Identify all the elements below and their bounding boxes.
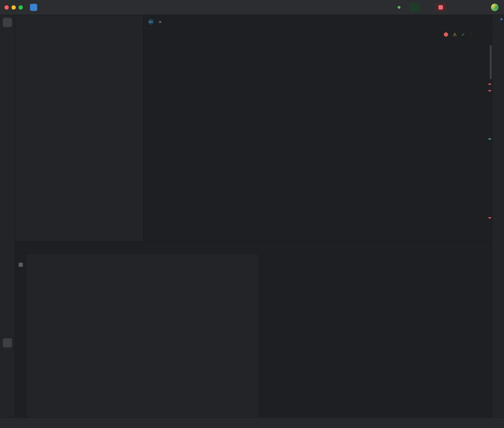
assistant-tool-button[interactable]: [494, 90, 503, 99]
code-editor[interactable]: ⚠ ✓: [143, 29, 492, 241]
commit-tool-button[interactable]: [3, 31, 12, 41]
vcs-branch-selector[interactable]: [45, 6, 55, 9]
editor-tab-ai-chat-cpp[interactable]: C+ ×: [143, 15, 167, 29]
minimize-window-button[interactable]: [11, 5, 16, 10]
run-config-icon: [398, 6, 401, 9]
build-tab-bar: [15, 242, 492, 255]
logcat-tool-button[interactable]: [3, 365, 12, 374]
running-devices-tool-button[interactable]: [494, 61, 503, 70]
notifications-button[interactable]: [494, 18, 503, 27]
project-tool-button[interactable]: [3, 18, 12, 27]
cpp-file-icon: C+: [148, 19, 154, 25]
stop-button[interactable]: [435, 3, 446, 12]
pull-requests-tool-button[interactable]: [3, 58, 12, 67]
gradle-tool-button[interactable]: [494, 32, 503, 41]
terminal-tool-button[interactable]: [3, 392, 12, 401]
close-window-button[interactable]: [4, 5, 9, 10]
titlebar-right-icons: [455, 4, 500, 11]
debug-button[interactable]: [422, 3, 433, 12]
editor-scrollbar[interactable]: [490, 45, 492, 79]
structure-tool-button[interactable]: [3, 45, 12, 54]
problems-tool-button[interactable]: [3, 378, 12, 387]
run-toolbar: [384, 3, 448, 12]
left-tool-strip: [0, 15, 15, 417]
resource-manager-tool-button[interactable]: [3, 352, 12, 361]
fullscreen-window-button[interactable]: [18, 5, 23, 10]
notification-dot: [500, 18, 503, 20]
title-bar: [0, 0, 504, 15]
stripe-error-mark[interactable]: [488, 83, 491, 85]
build-result-tree: [26, 255, 258, 417]
database-inspector-tool-button[interactable]: [494, 75, 503, 85]
inspection-widget[interactable]: ⚠ ✓: [441, 31, 479, 38]
project-tree: [15, 28, 143, 241]
close-tab-icon[interactable]: ×: [159, 19, 162, 25]
version-control-tool-button[interactable]: [3, 405, 12, 414]
project-tool-window: [15, 15, 143, 241]
device-manager-tool-button[interactable]: [494, 47, 503, 56]
status-bar: [0, 417, 504, 428]
stripe-ok-mark[interactable]: [488, 138, 491, 140]
stripe-error-mark[interactable]: [488, 90, 491, 91]
build-tool-window: [15, 241, 492, 417]
more-tool-windows-button[interactable]: [3, 71, 12, 81]
build-console[interactable]: [258, 255, 492, 417]
editor-area: C+ × ⚠ ✓: [143, 15, 492, 241]
stripe-error-mark[interactable]: [488, 217, 491, 218]
window-controls: [4, 5, 23, 10]
stop-sync-button[interactable]: [19, 263, 23, 267]
build-tool-button[interactable]: [3, 338, 12, 347]
run-button[interactable]: [409, 3, 420, 12]
run-configuration-selector[interactable]: [395, 5, 407, 10]
error-icon: [444, 32, 448, 37]
user-avatar[interactable]: [491, 4, 498, 11]
device-selector[interactable]: [384, 6, 393, 9]
check-icon: ✓: [461, 32, 465, 37]
right-tool-strip: [492, 15, 504, 417]
stop-icon: [438, 5, 443, 10]
editor-tab-bar: C+ ×: [143, 15, 492, 29]
project-header: [15, 15, 143, 28]
project-icon: [30, 4, 37, 11]
warning-icon: ⚠: [453, 32, 457, 37]
main-area: C+ × ⚠ ✓: [0, 15, 504, 417]
project-selector[interactable]: [27, 2, 44, 12]
build-actions-column: [15, 255, 26, 417]
